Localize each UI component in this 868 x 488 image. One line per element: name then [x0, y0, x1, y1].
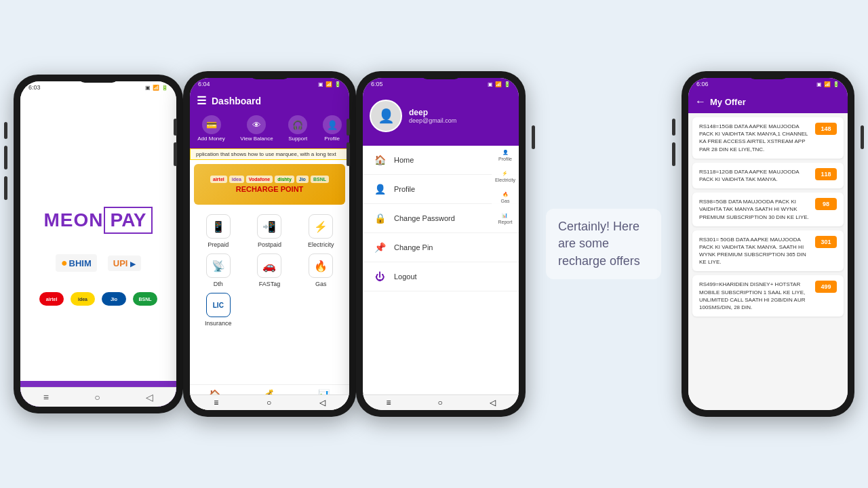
postpaid-icon: 📲 — [257, 214, 281, 239]
airtel-mini: airtel — [210, 176, 227, 183]
postpaid-service[interactable]: 📲 Postpaid — [247, 214, 293, 248]
phone-notch — [420, 71, 461, 79]
power-button — [532, 125, 535, 149]
phone-1-splash: 6:03 ▣ 📶 🔋 MEON PAY ● BHIM — [14, 75, 183, 413]
chat-area: Certainly! Here are some recharge offers — [526, 195, 682, 293]
prepaid-service[interactable]: 📱 Prepaid — [195, 214, 241, 248]
profile-name: deep — [409, 108, 456, 117]
offers-list: RS148=15GB DATA AAPKE MAUJOODA PACK KI V… — [688, 113, 848, 410]
camera-button — [4, 176, 7, 200]
offer-text-4: RS301= 50GB DATA AAPKE MAUJOODA PACK KI … — [699, 236, 811, 266]
rs-report[interactable]: 📊 Report — [498, 213, 512, 224]
phone-notch — [250, 71, 290, 79]
vol-down-button — [672, 142, 675, 166]
rs-gas-label: Gas — [501, 199, 510, 203]
offer-card-2[interactable]: RS118=12GB DATA AAPKE MAUJOODA PACK KI V… — [692, 163, 844, 188]
change-password-icon: 🔒 — [372, 211, 387, 226]
fastag-label: FASTag — [259, 281, 281, 287]
offer-card-4[interactable]: RS301= 50GB DATA AAPKE MAUJOODA PACK KI … — [692, 230, 844, 272]
profile-icon: 👤 — [323, 115, 342, 134]
menu-nav[interactable]: ≡ — [214, 398, 218, 407]
change-pin-item[interactable]: 📌 Change Pin — [363, 233, 519, 262]
profile-menu-icon: 👤 — [372, 182, 387, 197]
support-action[interactable]: 🎧 Support — [288, 115, 307, 142]
offer-card-3[interactable]: RS98=5GB DATA MAUJOODA PACK KI VAIDHTA T… — [692, 192, 844, 226]
logout-label: Logout — [394, 272, 417, 281]
rs-profile-label: Profile — [498, 157, 512, 161]
profile-header: 👤 deep deep@gmail.com — [363, 90, 519, 146]
home-nav[interactable]: ○ — [437, 398, 442, 407]
change-pin-label: Change Pin — [394, 243, 433, 251]
offer-badge-4: 301 — [815, 236, 837, 248]
offer-card-1[interactable]: RS148=15GB DATA AAPKE MAUJOODA PACK KI V… — [692, 117, 844, 159]
airtel-badge: airtel — [39, 292, 64, 306]
menu-nav[interactable]: ≡ — [386, 398, 391, 407]
meon-logo: MEON PAY — [44, 207, 153, 234]
status-icons: ▣ 📶 🔋 — [145, 85, 168, 91]
dth-icon: 📡 — [206, 253, 231, 278]
add-money-label: Add Money — [197, 136, 224, 142]
hamburger-icon[interactable]: ☰ — [197, 94, 206, 107]
offer-text-2: RS118=12GB DATA AAPKE MAUJOODA PACK KI V… — [699, 168, 811, 183]
status-time: 6:04 — [198, 81, 210, 87]
vol-down-button — [4, 146, 7, 169]
idea-badge: idea — [71, 292, 95, 306]
dishtv-mini: dishty — [275, 176, 294, 183]
rs-profile[interactable]: 👤 Profile — [498, 150, 512, 161]
upi-logo: UPI ▶ — [108, 256, 141, 271]
electricity-service[interactable]: ⚡ Electricity — [298, 214, 344, 248]
status-bar: 6:04 ▣ 📶 🔋 — [190, 78, 349, 90]
phone-notch — [748, 71, 789, 79]
recharge-banner: airtel idea Vodafone dishty Jio BSNL REC… — [194, 164, 345, 205]
status-bar: 6:06 ▣ 📶 🔋 — [688, 78, 848, 90]
rs-report-label: Report — [498, 220, 512, 224]
insurance-service[interactable]: LIC Insurance — [195, 293, 241, 327]
offers-header: ← My Offer — [688, 90, 848, 113]
gas-icon: 🔥 — [309, 253, 333, 278]
rs-gas[interactable]: 🔥 Gas — [501, 192, 510, 203]
menu-nav[interactable]: ≡ — [43, 392, 49, 403]
jio-mini: Jio — [296, 176, 309, 183]
offer-card-5[interactable]: RS499=KHARIDEIN DISNEY+ HOTSTAR MOBILE S… — [692, 275, 844, 317]
profile-label: Profile — [324, 136, 340, 142]
phone-2-dashboard: 6:04 ▣ 📶 🔋 ☰ Dashboard 💳 Add Money 👁 Vie… — [183, 71, 356, 417]
android-nav: ≡ ○ ◁ — [190, 394, 349, 410]
splash-content: MEON PAY ● BHIM UPI ▶ airtel idea — [20, 94, 176, 407]
home-nav[interactable]: ○ — [94, 392, 100, 403]
add-money-icon: 💳 — [202, 115, 221, 134]
back-nav[interactable]: ◁ — [146, 392, 153, 403]
fastag-service[interactable]: 🚗 FASTag — [247, 253, 293, 287]
prepaid-icon: 📱 — [206, 214, 231, 239]
rs-electricity[interactable]: ⚡ Electricity — [495, 171, 515, 182]
power-button — [861, 125, 864, 149]
offer-text-3: RS98=5GB DATA MAUJOODA PACK KI VAIDHTA T… — [699, 198, 811, 221]
phone-notch — [78, 75, 119, 83]
logout-item[interactable]: ⏻ Logout — [363, 262, 519, 291]
vol-up-button — [672, 119, 675, 136]
top-actions: 💳 Add Money 👁 View Balance 🎧 Support 👤 P… — [190, 111, 349, 148]
chat-bubble: Certainly! Here are some recharge offers — [546, 209, 661, 279]
add-money-action[interactable]: 💳 Add Money — [197, 115, 224, 142]
recharge-point-text: RECHARGE POINT — [236, 185, 304, 193]
gas-service[interactable]: 🔥 Gas — [298, 253, 344, 287]
support-label: Support — [288, 136, 307, 142]
change-pin-icon: 📌 — [372, 240, 387, 255]
gas-label: Gas — [315, 281, 327, 287]
profile-info: deep deep@gmail.com — [409, 108, 456, 124]
back-arrow-icon[interactable]: ← — [695, 96, 706, 108]
back-nav[interactable]: ◁ — [490, 398, 496, 407]
offer-badge-3: 98 — [815, 198, 837, 210]
view-balance-action[interactable]: 👁 View Balance — [240, 115, 273, 142]
profile-email: deep@gmail.com — [409, 117, 456, 124]
services-grid: 📱 Prepaid 📲 Postpaid ⚡ Electricity 📡 Dth… — [190, 209, 349, 332]
change-password-label: Change Password — [394, 214, 455, 222]
status-time: 6:05 — [371, 81, 383, 87]
status-bar: 6:05 ▣ 📶 🔋 — [363, 78, 519, 90]
profile-menu-label: Profile — [394, 185, 415, 193]
dth-service[interactable]: 📡 Dth — [195, 253, 241, 287]
back-nav[interactable]: ◁ — [319, 398, 326, 407]
profile-action[interactable]: 👤 Profile — [323, 115, 342, 142]
vol-up-button — [347, 119, 350, 136]
logout-icon: ⏻ — [372, 269, 387, 284]
home-nav[interactable]: ○ — [267, 398, 271, 407]
